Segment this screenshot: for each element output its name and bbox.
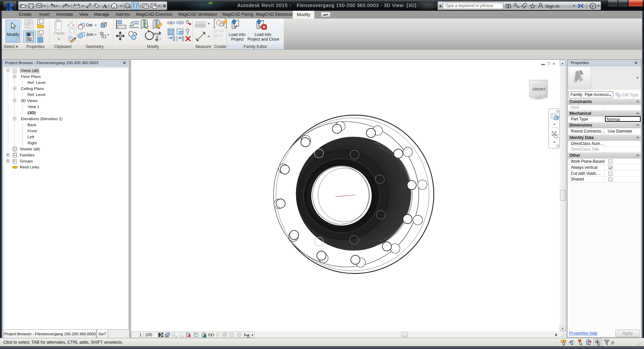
svg-text::0: :0 <box>610 340 614 345</box>
svg-text:A: A <box>103 3 107 9</box>
svg-text:Paste: Paste <box>54 31 64 36</box>
svg-text:Join: Join <box>86 32 94 37</box>
svg-text:Sign In: Sign In <box>545 4 559 9</box>
svg-text:?: ? <box>592 4 594 9</box>
svg-text:Cut: Cut <box>86 23 93 28</box>
